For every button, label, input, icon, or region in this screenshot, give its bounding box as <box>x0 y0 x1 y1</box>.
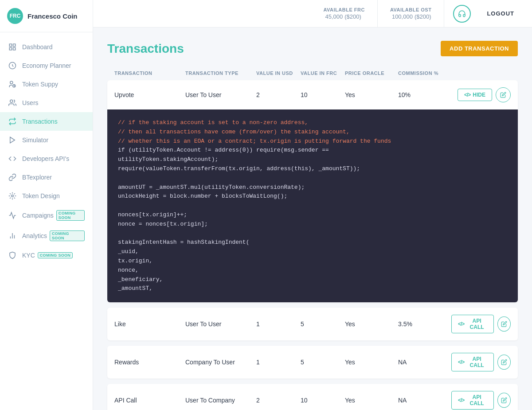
transaction-actions-rewards: </> API CALL <box>451 353 511 371</box>
transaction-card-upvote: Upvote User To User 2 10 Yes 10% </> HID… <box>107 80 518 302</box>
analytics-icon <box>8 231 17 240</box>
sidebar-item-analytics[interactable]: Analytics COMING SOON <box>0 226 93 246</box>
sidebar-item-btexplorer[interactable]: BTexplorer <box>0 168 93 187</box>
code-line: stakingIntentHash = hashStakingIndent( <box>118 238 507 247</box>
sidebar-item-transactions[interactable]: Transactions <box>0 112 93 131</box>
coming-soon-badge: COMING SOON <box>50 230 85 241</box>
frc-label: AVAILABLE FRC <box>323 7 364 12</box>
api-call-button-rewards[interactable]: </> API CALL <box>451 353 494 371</box>
hide-button-upvote[interactable]: </> HIDE <box>458 89 492 101</box>
cell-oracle-rewards: Yes <box>345 359 398 366</box>
code-line: nonce, <box>118 266 507 275</box>
page-header: Transactions ADD TRANSACTION <box>107 41 518 56</box>
cell-usd-api-call: 2 <box>256 397 301 404</box>
header: AVAILABLE FRC 45,000($200) AVAILABLE OST… <box>93 0 532 27</box>
sidebar-item-economy-planner[interactable]: Economy Planner <box>0 56 93 75</box>
code-icon-upvote: </> <box>464 92 470 98</box>
svg-rect-2 <box>13 48 16 50</box>
cell-name-rewards: Rewards <box>114 359 185 366</box>
col-value-frc: VALUE IN FRC <box>301 70 345 76</box>
cell-type-api-call: User To Company <box>185 397 256 404</box>
token-design-icon <box>8 191 17 200</box>
support-button[interactable] <box>453 5 471 23</box>
svg-rect-0 <box>9 44 12 46</box>
edit-button-api-call[interactable] <box>497 393 511 408</box>
code-icon-like: </> <box>458 321 464 327</box>
main-container: AVAILABLE FRC 45,000($200) AVAILABLE OST… <box>93 0 532 410</box>
code-icon-rewards: </> <box>458 359 464 365</box>
sidebar: FRC Francesco Coin Dashboard Economy Pla… <box>0 0 93 410</box>
cell-frc-api-call: 10 <box>301 397 345 404</box>
col-price-oracle: PRICE ORACLE <box>345 70 398 76</box>
sidebar-item-kyc[interactable]: KYC COMING SOON <box>0 246 93 265</box>
frc-value: 45,000($200) <box>323 12 364 20</box>
transactions-list: Upvote User To User 2 10 Yes 10% </> HID… <box>107 80 518 410</box>
logo-circle: FRC <box>7 8 23 24</box>
simulator-icon <box>8 136 17 144</box>
code-icon-api-call: </> <box>458 397 464 403</box>
code-line: utilityToken.stakingAccount); <box>118 155 507 164</box>
cell-usd-rewards: 1 <box>256 359 301 366</box>
main-content: Transactions ADD TRANSACTION TRANSACTION… <box>93 27 532 410</box>
users-icon <box>8 98 17 107</box>
sidebar-label-token-design: Token Design <box>22 192 60 199</box>
sidebar-label-token-suppy: Token Suppy <box>22 81 58 88</box>
sidebar-item-developers-apis[interactable]: Developers API's <box>0 149 93 168</box>
cell-name-api-call: API Call <box>114 397 185 404</box>
transaction-card-like: Like User To User 1 5 Yes 3.5% </> API C… <box>107 308 518 340</box>
sidebar-label-analytics: Analytics <box>22 232 47 239</box>
transaction-row-api-call: API Call User To Company 2 10 Yes NA </>… <box>107 384 518 410</box>
cell-oracle-api-call: Yes <box>345 397 398 404</box>
cell-frc-like: 5 <box>301 320 345 328</box>
code-line: if (utilityToken.Account != address(0)) … <box>118 146 507 155</box>
cell-commission-api-call: NA <box>398 397 451 404</box>
cell-name-like: Like <box>114 320 185 328</box>
dashboard-icon <box>8 43 17 51</box>
svg-marker-8 <box>10 137 15 143</box>
cell-commission-like: 3.5% <box>398 320 451 328</box>
cell-type-upvote: User To User <box>185 91 256 98</box>
cell-usd-like: 1 <box>256 320 301 328</box>
btexplorer-icon <box>8 173 17 182</box>
code-line: // if the staking account is set to a no… <box>118 118 507 128</box>
economy-planner-icon <box>8 61 17 70</box>
transaction-row-upvote: Upvote User To User 2 10 Yes 10% </> HID… <box>107 80 518 109</box>
ost-value: 100,000($200) <box>390 12 431 20</box>
edit-button-like[interactable] <box>497 316 511 332</box>
pencil-icon <box>501 397 507 403</box>
sidebar-item-token-design[interactable]: Token Design <box>0 187 93 205</box>
transaction-actions-like: </> API CALL <box>451 315 511 333</box>
logout-button[interactable]: LOGOUT <box>480 7 521 20</box>
transaction-row-like: Like User To User 1 5 Yes 3.5% </> API C… <box>107 308 518 340</box>
transaction-card-rewards: Rewards Company To User 1 5 Yes NA </> A… <box>107 346 518 379</box>
page-title: Transactions <box>107 42 184 56</box>
sidebar-item-dashboard[interactable]: Dashboard <box>0 38 93 56</box>
sidebar-item-token-suppy[interactable]: Token Suppy <box>0 75 93 94</box>
coming-soon-badge: COMING SOON <box>38 252 73 258</box>
code-line: tx.origin, <box>118 257 507 266</box>
sidebar-item-campaigns[interactable]: Campaigns COMING SOON <box>0 205 93 226</box>
svg-point-5 <box>10 81 13 84</box>
svg-point-9 <box>12 195 14 197</box>
sidebar-label-simulator: Simulator <box>22 137 48 144</box>
cell-commission-rewards: NA <box>398 359 451 366</box>
transaction-card-api-call: API Call User To Company 2 10 Yes NA </>… <box>107 384 518 410</box>
code-line: // whether this is an EOA or a contract;… <box>118 137 507 146</box>
col-commission: COMMISSION % <box>398 70 451 76</box>
api-call-button-api-call[interactable]: </> API CALL <box>451 391 494 410</box>
code-line: _amountST, <box>118 284 507 293</box>
api-call-button-like[interactable]: </> API CALL <box>451 315 494 333</box>
sidebar-item-users[interactable]: Users <box>0 94 93 112</box>
edit-button-upvote[interactable] <box>496 87 511 102</box>
transaction-actions-api-call: </> API CALL <box>451 391 511 410</box>
sidebar-label-developers-apis: Developers API's <box>22 155 69 162</box>
cell-name-upvote: Upvote <box>114 91 185 98</box>
sidebar-item-simulator[interactable]: Simulator <box>0 131 93 149</box>
col-transaction: TRANSACTION <box>114 70 185 76</box>
table-header: TRANSACTION TRANSACTION TYPE VALUE IN US… <box>107 67 518 79</box>
add-transaction-button[interactable]: ADD TRANSACTION <box>441 41 518 56</box>
sidebar-label-kyc: KYC <box>22 252 35 259</box>
edit-button-rewards[interactable] <box>497 355 511 370</box>
transactions-icon <box>8 117 17 126</box>
code-line: _beneficiary, <box>118 275 507 285</box>
